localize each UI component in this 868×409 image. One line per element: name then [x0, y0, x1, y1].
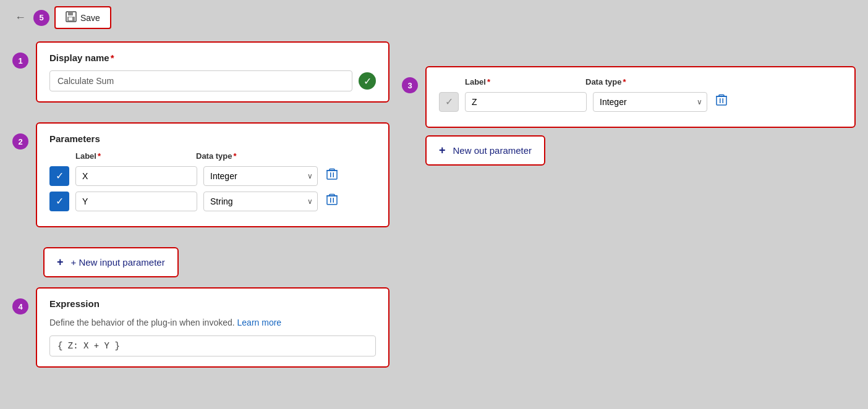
expression-value[interactable]: { Z: X + Y }	[49, 335, 376, 356]
required-star-display: *	[111, 53, 114, 63]
out-parameters-section: 3 Label* Data type* ✓	[402, 66, 856, 166]
delete-out-param-z-button[interactable]	[713, 91, 730, 112]
back-button[interactable]: ←	[12, 9, 28, 27]
display-name-row: ✓	[49, 70, 376, 91]
svg-rect-5	[330, 172, 331, 177]
valid-check-icon: ✓	[359, 72, 376, 90]
svg-rect-4	[327, 171, 337, 179]
delete-param-y-button[interactable]	[324, 191, 340, 211]
learn-more-link[interactable]: Learn more	[237, 318, 282, 327]
param-type-wrapper-y: Integer String Boolean Float ∨	[203, 192, 318, 211]
save-label: Save	[80, 13, 100, 23]
param-header-row: Label* Data type*	[49, 151, 376, 161]
back-arrow-icon: ←	[15, 11, 26, 23]
display-name-card: Display name* ✓	[36, 41, 389, 103]
new-input-param-label: + New input parameter	[69, 257, 165, 268]
expression-card-inner: Expression Define the behavior of the pl…	[36, 287, 389, 368]
display-name-input[interactable]	[49, 70, 352, 91]
param-row-y: ✓ Integer String Boolean Float ∨	[49, 191, 376, 211]
parameters-section: 2 Parameters Label* Data type*	[12, 122, 389, 227]
out-label-col-header: Label*	[465, 77, 573, 86]
trash-icon-z	[716, 94, 727, 109]
svg-rect-3	[69, 17, 72, 20]
parameters-card: Parameters Label* Data type* ✓	[36, 122, 389, 227]
param-label-input-y[interactable]	[75, 192, 197, 211]
out-type-col-header: Data type*	[585, 77, 694, 86]
label-col-header: Label*	[75, 151, 184, 161]
checkbox-y[interactable]: ✓	[49, 192, 69, 211]
save-button[interactable]: Save	[54, 6, 111, 29]
svg-rect-10	[330, 198, 331, 203]
param-type-wrapper-x: Integer String Boolean Float ∨	[203, 166, 318, 186]
parameters-card-inner: Parameters Label* Data type* ✓	[36, 122, 389, 227]
out-param-label-input-z[interactable]	[465, 92, 587, 112]
out-parameters-content: Label* Data type* ✓ Integer	[425, 66, 856, 166]
out-parameters-card: Label* Data type* ✓ Integer	[425, 66, 856, 128]
display-name-card-inner: Display name* ✓	[36, 41, 389, 103]
out-param-type-wrapper-z: Integer String Boolean Float ∨	[593, 92, 707, 112]
expression-title: Expression	[49, 298, 376, 309]
step-5-badge: 5	[33, 10, 49, 26]
expression-description: Define the behavior of the plug-in when …	[49, 316, 376, 329]
display-name-title: Display name*	[49, 53, 376, 63]
trash-icon-x	[326, 168, 338, 183]
checkbox-x[interactable]: ✓	[49, 166, 69, 186]
checkbox-z[interactable]: ✓	[439, 92, 459, 112]
left-column: 1 Display name* ✓ 2	[12, 41, 389, 377]
param-label-input-x[interactable]	[75, 166, 197, 186]
svg-rect-9	[327, 196, 337, 204]
delete-param-x-button[interactable]	[324, 166, 340, 186]
new-input-param-wrapper: + + New input parameter	[12, 247, 389, 277]
expression-section: 4 Expression Define the behavior of the …	[12, 287, 389, 368]
new-out-param-wrapper: + New out parameter	[425, 135, 856, 166]
step-3-badge: 3	[402, 77, 418, 93]
svg-rect-16	[723, 98, 724, 103]
display-name-section: 1 Display name* ✓	[12, 41, 389, 103]
step-2-badge: 2	[12, 133, 28, 150]
parameters-title: Parameters	[49, 133, 376, 144]
svg-rect-15	[720, 98, 721, 103]
out-param-row-z: ✓ Integer String Boolean Float ∨	[439, 91, 842, 112]
svg-rect-11	[333, 198, 334, 203]
new-out-param-button[interactable]: + New out parameter	[425, 135, 545, 166]
new-input-param-button[interactable]: + + New input parameter	[43, 247, 179, 277]
svg-rect-14	[717, 96, 726, 105]
save-disk-icon	[66, 11, 77, 24]
plus-icon-input: +	[57, 256, 64, 269]
out-param-header-row: Label* Data type*	[439, 77, 842, 86]
param-type-select-y[interactable]: Integer String Boolean Float	[203, 192, 318, 211]
new-out-param-label: New out parameter	[451, 145, 532, 156]
plus-icon-out: +	[439, 144, 446, 157]
svg-rect-1	[68, 12, 73, 15]
trash-icon-y	[326, 193, 338, 209]
right-column: 3 Label* Data type* ✓	[402, 41, 856, 377]
step-1-badge: 1	[12, 53, 28, 69]
param-type-select-x[interactable]: Integer String Boolean Float	[203, 166, 318, 186]
main-content: 1 Display name* ✓ 2	[0, 35, 868, 390]
expression-card: Expression Define the behavior of the pl…	[36, 287, 389, 368]
type-col-header: Data type*	[196, 151, 304, 161]
svg-rect-6	[333, 172, 334, 177]
out-param-type-select-z[interactable]: Integer String Boolean Float	[593, 92, 707, 112]
toolbar: ← 5 Save	[0, 0, 868, 35]
param-row-x: ✓ Integer String Boolean Float ∨	[49, 166, 376, 186]
step-4-badge: 4	[12, 298, 28, 314]
